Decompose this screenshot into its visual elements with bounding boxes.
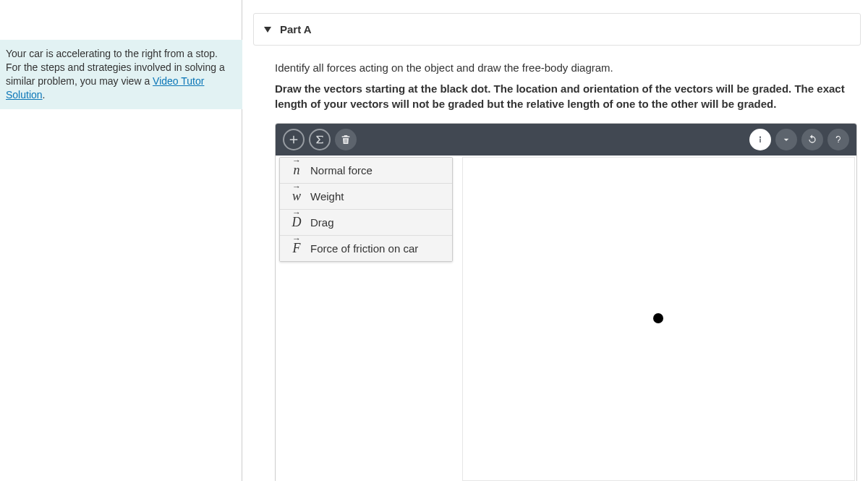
sum-button[interactable]: [309, 129, 331, 150]
reset-button[interactable]: [801, 129, 823, 150]
question-text: Identify all forces acting on the object…: [275, 60, 861, 75]
plus-icon: [287, 133, 300, 146]
sigma-icon: [314, 134, 326, 145]
trash-icon: [340, 134, 352, 145]
vector-symbol: n: [290, 163, 303, 178]
part-header[interactable]: Part A: [253, 13, 861, 46]
reset-icon: [807, 134, 818, 145]
chevron-down-icon: [780, 134, 792, 145]
origin-dot[interactable]: [653, 313, 663, 323]
vector-label: Weight: [310, 190, 344, 203]
vector-symbol: D: [290, 215, 303, 230]
add-vector-button[interactable]: [283, 129, 305, 150]
drawing-canvas-frame: n Normal force w Weight D Drag F Force o…: [275, 123, 857, 481]
question-icon: [833, 134, 844, 145]
delete-button[interactable]: [335, 129, 357, 150]
vector-label: Drag: [310, 216, 334, 229]
drawing-area[interactable]: [462, 157, 855, 481]
context-text-tail: .: [43, 89, 46, 101]
vector-label: Normal force: [310, 164, 373, 176]
help-button[interactable]: [827, 129, 849, 150]
collapse-triangle-icon: [264, 27, 271, 33]
svg-point-0: [760, 137, 761, 138]
vector-option-friction[interactable]: F Force of friction on car: [280, 236, 452, 261]
info-icon: [754, 134, 766, 145]
vector-option-normal[interactable]: n Normal force: [280, 158, 452, 184]
vector-symbol: w: [290, 189, 303, 204]
part-label: Part A: [280, 23, 312, 35]
canvas-toolbar: [276, 124, 856, 156]
vector-label: Force of friction on car: [310, 242, 418, 255]
problem-context-box: Your car is accelerating to the right fr…: [0, 40, 242, 109]
instruction-text: Draw the vectors starting at the black d…: [275, 81, 861, 111]
info-button[interactable]: [749, 129, 771, 150]
canvas-body: n Normal force w Weight D Drag F Force o…: [276, 156, 856, 481]
vector-option-drag[interactable]: D Drag: [280, 210, 452, 236]
vector-option-weight[interactable]: w Weight: [280, 184, 452, 210]
vector-picker-menu: n Normal force w Weight D Drag F Force o…: [279, 157, 453, 262]
zoom-dropdown-button[interactable]: [775, 129, 797, 150]
vector-symbol: F: [290, 241, 303, 256]
svg-rect-1: [760, 139, 760, 142]
